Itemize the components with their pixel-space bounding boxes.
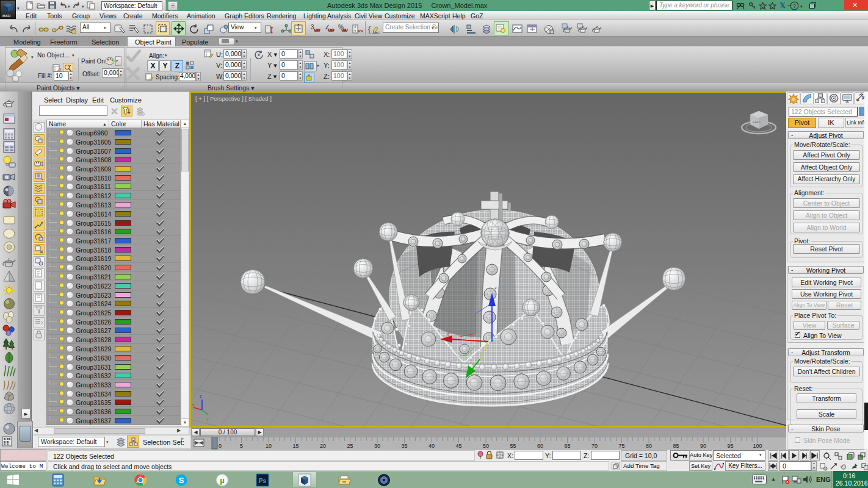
svg-text:90: 90 (700, 443, 706, 449)
svg-text:z: z (494, 285, 497, 290)
svg-text:25: 25 (347, 443, 353, 449)
svg-text:65: 65 (564, 443, 570, 449)
svg-text:55: 55 (510, 443, 516, 449)
svg-text:∠: ∠ (325, 24, 330, 30)
svg-text:S: S (179, 476, 184, 485)
svg-text:80: 80 (646, 443, 652, 449)
svg-text:10: 10 (266, 443, 272, 449)
svg-text:70: 70 (591, 443, 598, 449)
svg-text:30: 30 (374, 443, 380, 449)
svg-text:75: 75 (618, 443, 624, 449)
svg-text:{: { (368, 24, 371, 34)
svg-text:40: 40 (429, 443, 435, 449)
svg-text:60: 60 (537, 443, 543, 449)
svg-text:100: 100 (753, 443, 762, 449)
svg-text:µ: µ (220, 476, 225, 485)
svg-text:z: z (200, 394, 202, 398)
svg-text:FRO: FRO (753, 120, 761, 124)
svg-text:85: 85 (673, 443, 679, 449)
svg-text:45: 45 (455, 443, 461, 449)
svg-text:35: 35 (401, 443, 407, 449)
svg-text:5: 5 (240, 443, 243, 449)
svg-text:ABC: ABC (372, 31, 380, 35)
svg-text:50: 50 (483, 443, 489, 449)
svg-text:Ps: Ps (259, 478, 267, 484)
svg-text:3: 3 (311, 24, 314, 30)
svg-text:20: 20 (320, 443, 326, 449)
svg-text:x: x (447, 331, 449, 337)
svg-text:y: y (206, 417, 209, 422)
svg-text:0: 0 (219, 443, 222, 449)
svg-text:x: x (192, 403, 195, 407)
svg-text:15: 15 (292, 443, 298, 449)
svg-text:%: % (338, 24, 344, 30)
svg-text:95: 95 (727, 443, 733, 449)
